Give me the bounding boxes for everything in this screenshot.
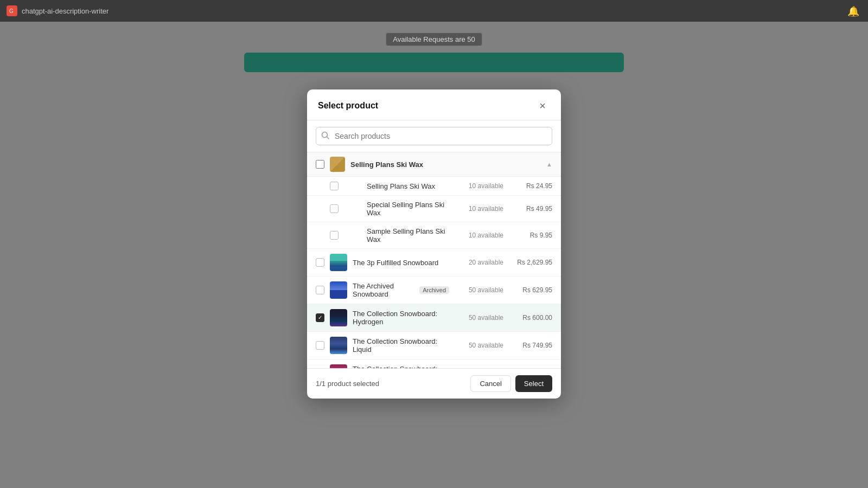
product-price: Rs 600.00 bbox=[509, 314, 552, 322]
table-row[interactable]: Sample Selling Plans Ski Wax 10 availabl… bbox=[307, 222, 561, 249]
selected-count: 1/1 product selected bbox=[316, 380, 379, 388]
modal-title: Select product bbox=[318, 101, 378, 111]
product-checkbox[interactable] bbox=[316, 313, 324, 322]
group-name: Selling Plans Ski Wax bbox=[350, 160, 423, 169]
cancel-button[interactable]: Cancel bbox=[470, 375, 510, 392]
product-checkbox[interactable] bbox=[316, 341, 324, 350]
product-availability: 50 available bbox=[455, 342, 503, 349]
modal-footer: 1/1 product selected Cancel Select bbox=[307, 368, 561, 399]
search-container bbox=[307, 120, 561, 152]
scroll-up-icon: ▲ bbox=[546, 161, 552, 168]
product-price: Rs 749.95 bbox=[509, 342, 552, 349]
product-info: The Collection Snowboard: Hydrogen bbox=[353, 310, 449, 326]
product-price: Rs 9.95 bbox=[509, 232, 552, 239]
search-input-wrapper bbox=[316, 127, 552, 145]
product-thumbnail bbox=[330, 364, 347, 368]
product-name: The Collection Snowboard: Hydrogen bbox=[353, 310, 449, 326]
select-button[interactable]: Select bbox=[515, 375, 552, 392]
product-checkbox[interactable] bbox=[330, 204, 339, 213]
product-name: The 3p Fulfilled Snowboard bbox=[353, 259, 449, 267]
modal-close-button[interactable]: × bbox=[535, 98, 550, 113]
search-input[interactable] bbox=[316, 127, 552, 145]
product-availability: 50 available bbox=[455, 314, 503, 322]
product-info: Special Selling Plans Ski Wax bbox=[367, 201, 449, 217]
product-thumbnail bbox=[330, 281, 347, 299]
product-info: The Archived Snowboard Archived bbox=[353, 282, 449, 298]
table-row[interactable]: The Collection Snowboard: Oxygen 50 avai… bbox=[307, 359, 561, 368]
table-row[interactable]: The Archived Snowboard Archived 50 avail… bbox=[307, 277, 561, 304]
product-info: The Collection Snowboard: Liquid bbox=[353, 337, 449, 354]
product-availability: 50 available bbox=[455, 286, 503, 294]
product-thumbnail bbox=[330, 309, 347, 326]
product-name: Special Selling Plans Ski Wax bbox=[367, 201, 449, 217]
modal-overlay: Select product × Selling Plans S bbox=[0, 0, 868, 488]
product-price: Rs 49.95 bbox=[509, 205, 552, 213]
product-info: Selling Plans Ski Wax bbox=[367, 182, 449, 190]
product-thumbnail bbox=[330, 254, 347, 271]
table-row[interactable]: Selling Plans Ski Wax 10 available Rs 24… bbox=[307, 177, 561, 196]
group-checkbox[interactable] bbox=[316, 160, 324, 169]
product-price: Rs 2,629.95 bbox=[509, 259, 552, 266]
product-thumbnail bbox=[330, 337, 347, 354]
table-row[interactable]: The 3p Fulfilled Snowboard 20 available … bbox=[307, 249, 561, 277]
product-list[interactable]: Selling Plans Ski Wax ▲ Selling Plans Sk… bbox=[307, 152, 561, 368]
product-info: The 3p Fulfilled Snowboard bbox=[353, 259, 449, 267]
product-availability: 10 available bbox=[455, 232, 503, 239]
product-checkbox[interactable] bbox=[316, 286, 324, 294]
modal-header: Select product × bbox=[307, 89, 561, 120]
product-checkbox[interactable] bbox=[330, 231, 339, 240]
select-product-modal: Select product × Selling Plans S bbox=[307, 89, 561, 399]
table-row[interactable]: Special Selling Plans Ski Wax 10 availab… bbox=[307, 196, 561, 222]
product-name: Selling Plans Ski Wax bbox=[367, 182, 449, 190]
product-price: Rs 24.95 bbox=[509, 182, 552, 190]
product-availability: 20 available bbox=[455, 259, 503, 266]
archived-badge: Archived bbox=[419, 286, 449, 294]
table-row[interactable]: The Collection Snowboard: Liquid 50 avai… bbox=[307, 332, 561, 359]
product-info: Sample Selling Plans Ski Wax bbox=[367, 227, 449, 243]
product-availability: 10 available bbox=[455, 205, 503, 213]
product-checkbox[interactable] bbox=[316, 258, 324, 267]
group-thumb bbox=[330, 157, 345, 172]
product-group-header: Selling Plans Ski Wax ▲ bbox=[307, 152, 561, 177]
footer-actions: Cancel Select bbox=[470, 375, 552, 392]
product-name: The Archived Snowboard Archived bbox=[353, 282, 449, 298]
table-row[interactable]: The Collection Snowboard: Hydrogen 50 av… bbox=[307, 304, 561, 332]
product-name: Sample Selling Plans Ski Wax bbox=[367, 227, 449, 243]
product-checkbox[interactable] bbox=[330, 182, 339, 190]
product-name: The Collection Snowboard: Liquid bbox=[353, 337, 449, 354]
product-availability: 10 available bbox=[455, 182, 503, 190]
product-price: Rs 629.95 bbox=[509, 286, 552, 294]
